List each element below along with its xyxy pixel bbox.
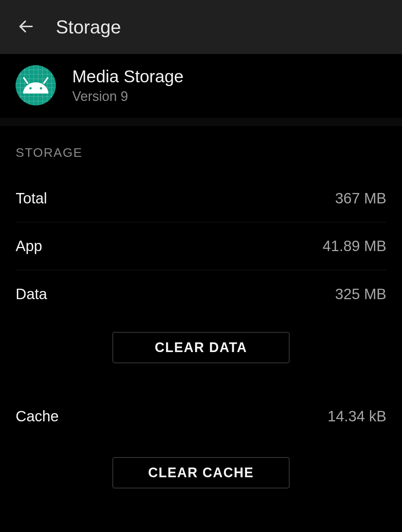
row-cache-value: 14.34 kB — [328, 408, 386, 425]
app-icon — [16, 65, 56, 105]
row-cache: Cache 14.34 kB — [16, 392, 386, 440]
row-data: Data 325 MB — [16, 270, 386, 318]
app-name: Media Storage — [72, 66, 184, 86]
row-app-value: 41.89 MB — [323, 238, 386, 254]
app-info-header: Media Storage Version 9 — [0, 54, 402, 118]
clear-data-row: CLEAR DATA — [16, 318, 386, 367]
clear-data-button[interactable]: CLEAR DATA — [112, 332, 290, 363]
row-data-value: 325 MB — [335, 286, 386, 303]
app-bar: Storage — [0, 0, 402, 54]
row-app-label: App — [16, 238, 42, 254]
page-title: Storage — [56, 16, 121, 38]
cache-block: Cache 14.34 kB CLEAR CACHE — [16, 367, 386, 492]
arrow-left-icon — [17, 18, 35, 37]
clear-cache-row: CLEAR CACHE — [16, 440, 386, 492]
row-total: Total 367 MB — [16, 175, 386, 222]
storage-section: STORAGE Total 367 MB App 41.89 MB Data 3… — [0, 126, 402, 492]
row-app: App 41.89 MB — [16, 222, 386, 270]
section-divider — [0, 118, 402, 126]
row-data-label: Data — [16, 286, 47, 303]
section-label: STORAGE — [16, 126, 386, 175]
svg-point-4 — [29, 87, 32, 89]
app-version: Version 9 — [72, 89, 184, 104]
android-icon — [16, 100, 56, 107]
clear-cache-button[interactable]: CLEAR CACHE — [112, 457, 290, 488]
back-button[interactable] — [15, 16, 37, 38]
app-info-text: Media Storage Version 9 — [72, 66, 184, 104]
row-total-label: Total — [16, 190, 47, 207]
svg-point-5 — [40, 87, 42, 89]
row-total-value: 367 MB — [335, 190, 386, 207]
row-cache-label: Cache — [16, 408, 59, 425]
